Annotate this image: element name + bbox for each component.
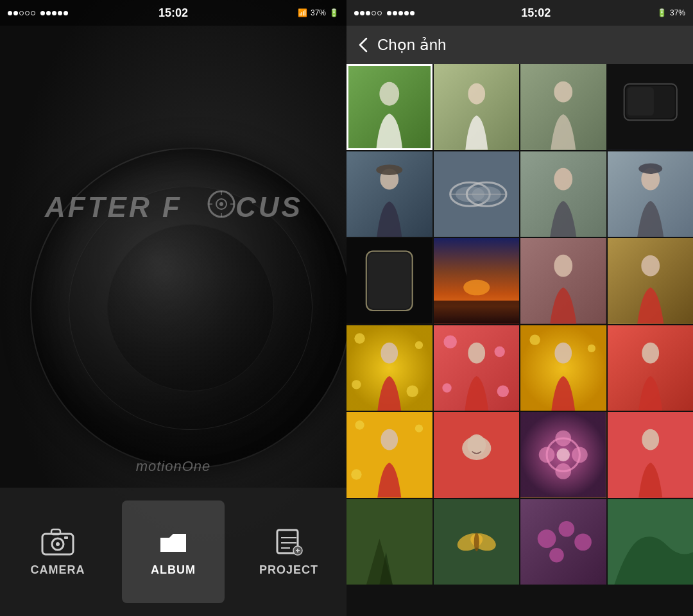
svg-rect-33 [627, 87, 653, 116]
lens-ring-2 [107, 225, 274, 391]
photo-cell-8[interactable] [608, 151, 694, 237]
battery-text-right: 37% [670, 8, 685, 17]
photo-5-img [346, 151, 432, 237]
dot3 [19, 11, 24, 15]
rdot1 [354, 11, 359, 15]
svg-point-76 [497, 385, 508, 397]
svg-point-37 [376, 164, 402, 175]
svg-point-60 [554, 255, 572, 277]
photo-cell-17[interactable] [346, 412, 432, 498]
photo-cell-10[interactable] [434, 238, 520, 324]
left-panel: 15:02 📶 37% 🔋 AFTER F CUS motionOne [0, 0, 346, 616]
photo-cell-2[interactable] [434, 64, 520, 150]
photo-17-img [346, 412, 432, 498]
dot1 [8, 11, 12, 15]
nav-item-album[interactable]: ALBUM [122, 501, 225, 603]
app-title-svg: AFTER F CUS [38, 186, 308, 225]
svg-point-88 [355, 420, 364, 429]
rdot9 [404, 11, 409, 15]
svg-point-26 [468, 83, 485, 105]
photo-cell-12[interactable] [608, 238, 694, 324]
back-button[interactable] [357, 36, 370, 54]
dot2 [13, 11, 18, 15]
photo-19-img [520, 412, 606, 498]
photo-cell-16[interactable] [608, 325, 694, 411]
dot4 [25, 11, 30, 15]
svg-point-85 [642, 342, 659, 363]
battery-icon-left: 🔋 [329, 8, 339, 17]
svg-rect-115 [520, 499, 606, 585]
photo-cell-13[interactable] [346, 325, 432, 411]
status-bar-right: 15:02 🔋 37% [346, 0, 693, 26]
svg-point-50 [638, 163, 662, 173]
photo-cell-15[interactable] [520, 325, 606, 411]
svg-rect-12 [51, 529, 60, 535]
photo-cell-5[interactable] [346, 151, 432, 237]
photo-cell-9[interactable] [346, 238, 432, 324]
photo-cell-21[interactable] [346, 499, 432, 585]
svg-point-82 [554, 342, 572, 363]
project-icon [272, 527, 305, 556]
dot6 [40, 11, 45, 15]
photo-22-img [434, 499, 520, 585]
photo-cell-14[interactable] [434, 325, 520, 411]
photo-cell-3[interactable] [520, 64, 606, 150]
rdot8 [398, 11, 403, 15]
camera-icon [41, 527, 74, 556]
svg-point-91 [381, 429, 398, 450]
nav-item-camera[interactable]: CAMERA [6, 501, 109, 603]
back-chevron-icon [357, 36, 370, 54]
battery-icon-right: 🔋 [657, 8, 667, 17]
photo-8-img [608, 151, 694, 237]
svg-point-102 [572, 447, 588, 463]
dot9 [58, 11, 62, 15]
svg-point-81 [588, 344, 595, 352]
photo-cell-18[interactable] [434, 412, 520, 498]
svg-point-73 [443, 335, 457, 348]
nav-item-project[interactable]: PROJECT [237, 501, 340, 603]
photo-4-img [608, 64, 694, 150]
header: Chọn ảnh [346, 26, 693, 64]
photo-grid [346, 64, 693, 616]
svg-point-3 [219, 202, 223, 206]
photo-14-img [434, 325, 520, 411]
svg-rect-53 [368, 253, 411, 309]
album-icon [157, 527, 190, 556]
svg-point-95 [467, 434, 486, 456]
photo-cell-4[interactable] [608, 64, 694, 150]
signal-dots [8, 7, 68, 19]
photo-cell-20[interactable] [608, 412, 694, 498]
svg-point-68 [352, 380, 361, 389]
photo-cell-6[interactable] [434, 151, 520, 237]
svg-point-77 [468, 342, 485, 363]
svg-point-80 [529, 334, 540, 345]
svg-point-74 [494, 346, 504, 356]
photo-cell-19[interactable] [520, 412, 606, 498]
svg-rect-57 [434, 301, 520, 324]
photo-cell-23[interactable] [520, 499, 606, 585]
svg-text:AFTER F: AFTER F [44, 191, 182, 223]
svg-point-100 [555, 463, 571, 479]
photo-cell-1[interactable] [346, 64, 432, 150]
svg-point-66 [354, 333, 364, 343]
rdot5 [377, 11, 382, 15]
photo-1-img [346, 64, 432, 150]
photo-16-img [608, 325, 694, 411]
photo-cell-24[interactable] [608, 499, 694, 585]
photo-cell-11[interactable] [520, 238, 606, 324]
project-label: PROJECT [259, 563, 318, 577]
rdot3 [366, 11, 370, 15]
photo-15-img [520, 325, 606, 411]
time-left: 15:02 [158, 6, 188, 20]
photo-11-img [520, 238, 606, 324]
svg-point-29 [554, 81, 572, 103]
svg-point-75 [442, 383, 451, 392]
photo-cell-7[interactable] [520, 151, 606, 237]
photo-23-img [520, 499, 606, 585]
photo-21-img [346, 499, 432, 585]
svg-point-70 [381, 342, 398, 363]
svg-point-99 [555, 431, 571, 447]
photo-cell-22[interactable] [434, 499, 520, 585]
photo-2-img [434, 64, 520, 150]
photo-20-img [608, 412, 694, 498]
